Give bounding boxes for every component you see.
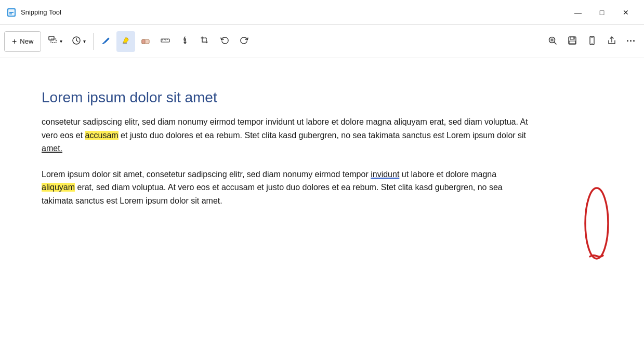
pen-tool-button[interactable] bbox=[97, 31, 115, 52]
para1-underlined: amet. bbox=[42, 144, 62, 153]
redo-button[interactable] bbox=[235, 31, 254, 52]
para2-text1: Lorem ipsum dolor sit amet, consetetur s… bbox=[42, 170, 371, 179]
para2-highlighted: aliquyam bbox=[42, 183, 75, 192]
phone-button[interactable] bbox=[583, 31, 601, 52]
maximize-button[interactable]: □ bbox=[590, 4, 614, 21]
highlighter-icon bbox=[121, 35, 131, 47]
window-controls: — □ ✕ bbox=[566, 4, 638, 21]
svg-rect-13 bbox=[161, 39, 169, 42]
svg-rect-12 bbox=[142, 39, 145, 44]
zoom-button[interactable] bbox=[543, 31, 562, 52]
new-label: New bbox=[20, 37, 33, 45]
crop-icon bbox=[200, 35, 210, 47]
para1-text2: et justo duo dolores et ea rebum. Stet c… bbox=[119, 131, 526, 140]
zoom-icon bbox=[547, 35, 558, 47]
selection-caret: ▾ bbox=[60, 38, 62, 44]
doc-title: Lorem ipsum dolor sit amet bbox=[42, 89, 530, 106]
svg-line-20 bbox=[554, 42, 556, 44]
more-button[interactable]: ··· bbox=[622, 31, 640, 52]
eraser-button[interactable] bbox=[136, 31, 155, 52]
ruler-icon bbox=[160, 35, 170, 47]
para2-underlined: invidunt bbox=[371, 170, 399, 179]
paragraph-1: consetetur sadipscing elitr, sed diam no… bbox=[42, 115, 530, 155]
svg-rect-9 bbox=[102, 43, 104, 44]
svg-point-30 bbox=[585, 188, 608, 259]
paragraph-2: Lorem ipsum dolor sit amet, consetetur s… bbox=[42, 168, 530, 208]
svg-rect-4 bbox=[49, 36, 54, 40]
document: Lorem ipsum dolor sit amet consetetur sa… bbox=[0, 58, 572, 251]
selection-icon bbox=[48, 36, 58, 47]
close-button[interactable]: ✕ bbox=[614, 4, 638, 21]
undo-button[interactable] bbox=[215, 31, 234, 52]
crop-button[interactable] bbox=[195, 31, 214, 52]
title-bar: Snipping Tool — □ ✕ bbox=[0, 0, 644, 25]
separator-1 bbox=[93, 33, 94, 50]
para2-text2: ut labore et dolore magna bbox=[399, 170, 496, 179]
save-button[interactable] bbox=[563, 31, 582, 52]
ruler-button[interactable] bbox=[156, 31, 175, 52]
app-title: Snipping Tool bbox=[21, 8, 566, 16]
delay-icon bbox=[72, 36, 81, 47]
toolbar: + New ▾ ▾ bbox=[0, 25, 644, 58]
app-icon bbox=[6, 7, 17, 18]
svg-rect-3 bbox=[9, 14, 12, 15]
save-icon bbox=[567, 35, 577, 47]
svg-rect-23 bbox=[569, 37, 576, 44]
para2-text3: erat, sed diam voluptua. At vero eos et … bbox=[42, 183, 503, 205]
minimize-button[interactable]: — bbox=[566, 4, 590, 21]
para1-highlighted: accusam bbox=[85, 131, 119, 140]
plus-icon: + bbox=[12, 37, 17, 46]
selection-mode-button[interactable]: ▾ bbox=[44, 31, 67, 52]
share-button[interactable] bbox=[602, 31, 621, 52]
touch-write-button[interactable] bbox=[176, 31, 194, 52]
touch-icon bbox=[180, 35, 190, 47]
content-area: Lorem ipsum dolor sit amet consetetur sa… bbox=[0, 58, 644, 349]
svg-line-8 bbox=[76, 41, 78, 42]
new-button[interactable]: + New bbox=[4, 31, 41, 52]
svg-point-28 bbox=[592, 43, 593, 44]
pen-icon bbox=[101, 35, 111, 47]
undo-icon bbox=[219, 35, 230, 47]
highlighter-tool-button[interactable] bbox=[116, 31, 135, 52]
svg-rect-5 bbox=[51, 39, 56, 43]
svg-rect-25 bbox=[569, 41, 575, 44]
delay-caret: ▾ bbox=[83, 38, 86, 44]
svg-rect-2 bbox=[9, 12, 14, 13]
eraser-icon bbox=[140, 35, 151, 47]
redo-icon bbox=[239, 35, 249, 47]
share-icon bbox=[607, 35, 617, 47]
more-icon: ··· bbox=[626, 36, 636, 47]
svg-point-18 bbox=[185, 38, 186, 40]
delay-button[interactable]: ▾ bbox=[68, 31, 90, 52]
svg-rect-10 bbox=[123, 43, 127, 44]
phone-icon bbox=[587, 35, 597, 47]
